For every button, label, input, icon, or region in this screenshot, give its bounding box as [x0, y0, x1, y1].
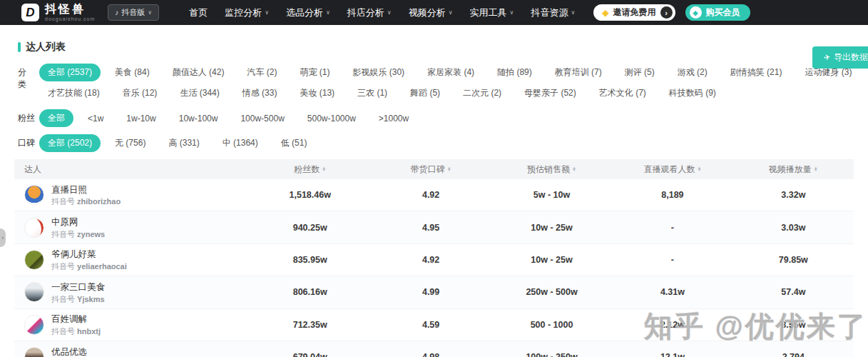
- category-chip-car[interactable]: 汽车 (2): [238, 64, 285, 81]
- column-video-plays: 视频播放量▲▼: [733, 164, 854, 176]
- live-viewers: 4.31w: [612, 287, 732, 297]
- chevron-down-icon: ∨: [387, 9, 392, 16]
- category-chip-dance[interactable]: 舞蹈 (5): [402, 84, 449, 102]
- chevron-down-icon: ∨: [571, 9, 575, 16]
- video-plays: 8.55w: [733, 320, 854, 330]
- chevron-down-icon: ∨: [449, 9, 453, 16]
- category-chip-art-culture[interactable]: 艺术文化 (7): [591, 84, 655, 102]
- talent-account: 抖音号 yeliaerhaocai: [51, 261, 127, 271]
- fans-chip-500w-1000w[interactable]: 500w-1000w: [299, 111, 364, 126]
- category-chip-education[interactable]: 教育培训 (7): [546, 64, 611, 81]
- reputation-chip-none[interactable]: 无 (756): [106, 134, 154, 152]
- live-viewers: 12.1w: [612, 352, 732, 357]
- sales-estimate: 500 - 1000: [491, 320, 612, 330]
- sidebar-collapse-handle[interactable]: ‹: [0, 228, 6, 247]
- video-plays: 3.32w: [733, 190, 854, 200]
- reputation-chip-medium[interactable]: 中 (1364): [214, 134, 267, 152]
- table-row[interactable]: 中原网 抖音号 zynews 940.25w 4.95 10w - 25w - …: [14, 211, 854, 243]
- talent-name[interactable]: 百姓调解: [51, 313, 101, 326]
- category-chip-emotion[interactable]: 情感 (33): [234, 84, 286, 102]
- chevron-down-icon: ∨: [148, 9, 152, 16]
- talent-name[interactable]: 直播日照: [51, 183, 121, 197]
- category-chip-film-entertainment[interactable]: 影视娱乐 (30): [344, 64, 413, 81]
- nav-item-monitor-analysis[interactable]: 监控分析 ∨: [225, 6, 269, 19]
- brand-domain: douguaishou.com: [45, 16, 95, 21]
- nav-item-video-analysis[interactable]: 视频分析 ∨: [409, 6, 453, 19]
- sort-icon[interactable]: ▲▼: [697, 167, 701, 172]
- sort-icon[interactable]: ▲▼: [572, 167, 576, 172]
- category-chip-review[interactable]: 测评 (5): [616, 64, 663, 81]
- send-icon: ✈: [823, 52, 831, 62]
- version-label: 抖音版: [121, 7, 145, 18]
- gem-icon: ◆: [690, 6, 702, 19]
- talent-name[interactable]: 爷俩儿好菜: [51, 248, 127, 261]
- sort-icon[interactable]: ▲▼: [814, 167, 818, 172]
- sales-estimate: 250w - 500w: [491, 287, 612, 297]
- nav-item-shop-analysis[interactable]: 抖店分析 ∨: [347, 6, 392, 19]
- video-plays: 57.4w: [733, 287, 854, 297]
- sales-estimate: 10w - 25w: [491, 223, 612, 233]
- table-row[interactable]: 一家三口美食 抖音号 Yjskms 806.16w 4.99 250w - 50…: [14, 276, 854, 308]
- talent-name[interactable]: 一家三口美食: [51, 281, 105, 294]
- navbar-actions: ◆ 邀请免费用 › ◆ 购买会员: [593, 4, 750, 21]
- category-chip-mother-baby[interactable]: 母婴亲子 (52): [516, 84, 585, 102]
- reputation-chip-high[interactable]: 高 (331): [160, 134, 208, 152]
- category-chip-agriculture[interactable]: 三农 (1): [349, 84, 396, 102]
- category-chip-lifestyle[interactable]: 生活 (344): [171, 84, 228, 102]
- talent-account: 抖音号 zhiborizhao: [51, 196, 121, 206]
- column-reputation: 带货口碑▲▼: [370, 164, 491, 176]
- brand[interactable]: D 抖怪兽 douguaishou.com: [21, 4, 95, 21]
- fans-chip-gt1000w[interactable]: >1000w: [370, 111, 417, 126]
- category-chip-games[interactable]: 游戏 (2): [669, 64, 716, 81]
- fans-count: 940.25w: [250, 223, 370, 233]
- live-viewers: 2.12w: [612, 320, 732, 330]
- nav-item-tools[interactable]: 实用工具 ∨: [470, 6, 514, 19]
- category-chip-all[interactable]: 全部 (2537): [39, 64, 101, 81]
- reputation-score: 4.95: [370, 223, 491, 233]
- export-data-button[interactable]: ✈ 导出数据: [812, 46, 868, 69]
- version-switcher[interactable]: ♪ 抖音版 ∨: [108, 4, 159, 21]
- nav-item-home[interactable]: 首页: [189, 6, 208, 19]
- video-plays: 3.03w: [733, 223, 854, 233]
- category-chip-makeup[interactable]: 美妆 (13): [291, 84, 343, 102]
- table-row[interactable]: 百姓调解 抖音号 hnbxtj 712.35w 4.59 500 - 1000 …: [14, 309, 854, 341]
- fans-count: 712.35w: [250, 320, 370, 330]
- category-chip-music[interactable]: 音乐 (12): [114, 84, 166, 102]
- buy-membership-button[interactable]: ◆ 购买会员: [685, 4, 750, 21]
- table-row[interactable]: 优品优选 抖音号 v77595311 679.04w 4.98 100w - 2…: [14, 341, 854, 357]
- category-chip-beauty-talent[interactable]: 颜值达人 (42): [164, 64, 233, 81]
- filter-fans-label: 粉丝: [18, 109, 39, 127]
- sort-icon[interactable]: ▲▼: [447, 167, 451, 172]
- category-chip-pets[interactable]: 萌宠 (1): [291, 64, 338, 81]
- top-navbar: D 抖怪兽 douguaishou.com ♪ 抖音版 ∨ 首页 监控分析 ∨ …: [0, 0, 868, 25]
- fans-count: 1,518.46w: [250, 190, 370, 200]
- table-row[interactable]: 爷俩儿好菜 抖音号 yeliaerhaocai 835.95w 4.92 10w…: [14, 244, 854, 276]
- sort-icon[interactable]: ▲▼: [322, 167, 326, 172]
- invite-label: 邀请免费用: [613, 6, 656, 19]
- fans-chip-lt1w[interactable]: <1w: [79, 111, 112, 126]
- talent-name[interactable]: 优品优选: [51, 346, 116, 357]
- category-chip-casual-shoot[interactable]: 随拍 (89): [489, 64, 541, 81]
- avatar: [24, 218, 44, 238]
- nav-item-product-analysis[interactable]: 选品分析 ∨: [286, 6, 330, 19]
- chevron-down-icon: ∨: [265, 9, 269, 16]
- talent-account: 抖音号 Yjskms: [51, 294, 105, 304]
- fans-chip-10w-100w[interactable]: 10w-100w: [170, 111, 227, 126]
- reputation-chip-all[interactable]: 全部 (2502): [39, 134, 101, 152]
- category-chip-talent-skills[interactable]: 才艺技能 (18): [39, 84, 108, 102]
- export-label: 导出数据: [834, 51, 868, 64]
- reputation-chip-low[interactable]: 低 (51): [272, 134, 316, 152]
- fans-chip-100w-500w[interactable]: 100w-500w: [232, 111, 292, 126]
- category-chip-anime[interactable]: 二次元 (2): [454, 84, 510, 102]
- category-chip-food[interactable]: 美食 (84): [106, 64, 158, 81]
- category-chip-comedy[interactable]: 剧情搞笑 (21): [722, 64, 791, 81]
- category-chip-tech-digital[interactable]: 科技数码 (9): [660, 84, 725, 102]
- talent-name[interactable]: 中原网: [51, 216, 105, 229]
- table-row[interactable]: 直播日照 抖音号 zhiborizhao 1,518.46w 4.92 5w -…: [14, 179, 854, 211]
- fans-chip-all[interactable]: 全部: [39, 109, 73, 127]
- invite-free-trial-button[interactable]: ◆ 邀请免费用 ›: [593, 4, 675, 21]
- nav-item-douyin-resources[interactable]: 抖音资源 ∨: [531, 6, 575, 19]
- fans-chip-1w-10w[interactable]: 1w-10w: [118, 111, 164, 126]
- avatar: [24, 347, 44, 357]
- category-chip-home-decor[interactable]: 家居家装 (4): [419, 64, 483, 81]
